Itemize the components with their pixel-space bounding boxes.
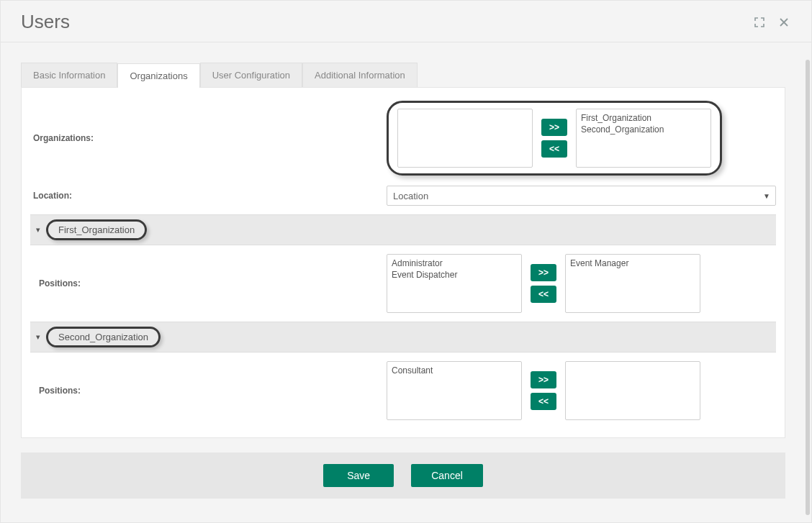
organizations-move-right-button[interactable]: >> <box>541 119 567 136</box>
positions-move-buttons: >> << <box>531 371 556 410</box>
tab-user-configuration[interactable]: User Configuration <box>200 63 302 87</box>
tab-basic-information[interactable]: Basic Information <box>21 63 117 87</box>
save-button[interactable]: Save <box>323 464 394 487</box>
close-icon[interactable] <box>775 14 793 31</box>
group-title-second-organization: Second_Organization <box>46 327 161 347</box>
list-item[interactable]: Administrator <box>392 258 517 269</box>
list-item[interactable]: Consultant <box>392 365 517 376</box>
positions-available-list[interactable]: Administrator Event Dispatcher <box>387 254 522 313</box>
group-header-first-organization: ▾ First_Organization <box>30 214 776 245</box>
scrollbar[interactable] <box>806 60 810 515</box>
organizations-dual-list: >> << First_Organization Second_Organiza… <box>397 109 711 168</box>
organizations-move-buttons: >> << <box>541 119 567 158</box>
positions-selected-list[interactable]: Event Manager <box>565 254 700 313</box>
tab-additional-information[interactable]: Additional Information <box>302 63 418 87</box>
dialog-title: Users <box>21 11 70 33</box>
list-item[interactable]: Event Manager <box>570 258 695 269</box>
positions-move-buttons: >> << <box>531 264 556 303</box>
location-row: Location: Location ▼ <box>30 180 776 214</box>
collapse-icon[interactable]: ▾ <box>36 332 40 342</box>
dialog-controls <box>751 14 793 31</box>
cancel-button[interactable]: Cancel <box>411 464 483 487</box>
location-select-wrapper: Location ▼ <box>387 186 776 206</box>
list-item[interactable]: Second_Organization <box>581 124 706 135</box>
group-title-first-organization: First_Organization <box>46 219 147 240</box>
organizations-dual-list-highlight: >> << First_Organization Second_Organiza… <box>387 101 722 176</box>
positions-row-second-organization: Positions: Consultant >> << <box>36 357 770 424</box>
dialog-footer: Save Cancel <box>21 452 785 499</box>
organizations-label: Organizations: <box>30 133 387 143</box>
tab-organizations[interactable]: Organizations <box>117 63 199 88</box>
dialog-body: Basic Information Organizations User Con… <box>1 53 806 515</box>
positions-dual-list-second-organization: Consultant >> << <box>387 361 700 420</box>
organizations-move-left-button[interactable]: << <box>541 140 567 158</box>
positions-label: Positions: <box>36 386 387 396</box>
positions-move-left-button[interactable]: << <box>531 393 556 410</box>
positions-selected-list[interactable] <box>565 361 700 420</box>
list-item[interactable]: First_Organization <box>581 112 706 124</box>
organizations-selected-list[interactable]: First_Organization Second_Organization <box>576 109 711 168</box>
dialog-header: Users <box>1 1 811 42</box>
organizations-panel: Organizations: >> << First_Organization … <box>21 88 785 438</box>
positions-move-left-button[interactable]: << <box>531 286 556 303</box>
collapse-icon[interactable]: ▾ <box>36 225 40 235</box>
organizations-row: Organizations: >> << First_Organization … <box>30 96 776 180</box>
group-header-second-organization: ▾ Second_Organization <box>30 322 776 353</box>
positions-label: Positions: <box>36 278 387 288</box>
positions-row-first-organization: Positions: Administrator Event Dispatche… <box>36 250 770 317</box>
group-body-second-organization: Positions: Consultant >> << <box>30 353 776 429</box>
positions-move-right-button[interactable]: >> <box>531 371 556 388</box>
location-label: Location: <box>30 191 387 201</box>
tabs: Basic Information Organizations User Con… <box>21 63 785 88</box>
users-dialog: Users Basic Information Organizations Us… <box>0 0 812 523</box>
expand-icon[interactable] <box>751 14 768 31</box>
location-select[interactable]: Location <box>387 186 776 206</box>
positions-available-list[interactable]: Consultant <box>387 361 522 420</box>
group-body-first-organization: Positions: Administrator Event Dispatche… <box>30 245 776 322</box>
positions-move-right-button[interactable]: >> <box>531 264 556 281</box>
list-item[interactable]: Event Dispatcher <box>392 269 517 281</box>
positions-dual-list-first-organization: Administrator Event Dispatcher >> << Eve… <box>387 254 700 313</box>
organizations-available-list[interactable] <box>397 109 533 168</box>
